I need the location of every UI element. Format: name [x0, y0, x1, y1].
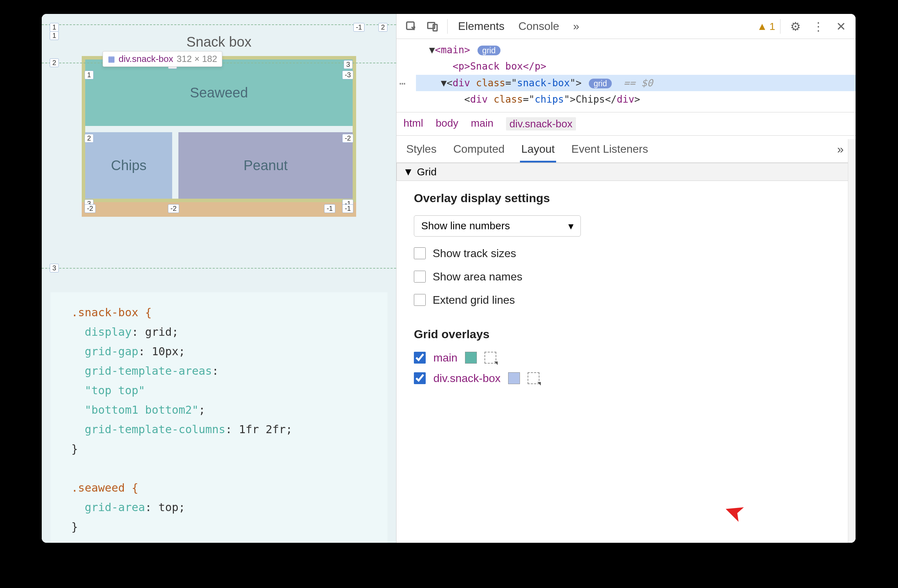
- code-selector: .snack-box {: [71, 306, 152, 319]
- checkbox[interactable]: [414, 247, 426, 259]
- code-prop: grid-template-columns: [85, 423, 226, 436]
- subtab-styles[interactable]: Styles: [405, 136, 438, 163]
- code-val: grid: [145, 325, 172, 339]
- page-viewport: 1 -1 2 1 2 3 Snack box ▦ div.snack-box 3…: [42, 14, 397, 543]
- subtab-more[interactable]: »: [837, 142, 847, 156]
- check-extend-lines[interactable]: Extend grid lines: [414, 294, 838, 306]
- grid-line-number: 3: [50, 264, 59, 272]
- checkbox[interactable]: [414, 372, 426, 384]
- grid-line-number: 2: [50, 58, 59, 67]
- code-val: top: [158, 501, 178, 514]
- grid-icon: ▦: [108, 55, 115, 64]
- grid-line-number: -1: [354, 23, 364, 32]
- section-grid-header[interactable]: ▼ Grid: [397, 163, 856, 181]
- overlay-label[interactable]: main: [434, 351, 457, 364]
- cell-seaweed: Seaweed: [85, 60, 353, 126]
- checkbox[interactable]: [414, 352, 426, 363]
- tab-elements[interactable]: Elements: [457, 15, 505, 37]
- tab-console[interactable]: Console: [518, 15, 560, 37]
- breadcrumb-item[interactable]: div.snack-box: [506, 117, 576, 131]
- breadcrumb-item[interactable]: html: [403, 117, 423, 131]
- grid-line-number: 2: [85, 134, 94, 143]
- check-track-sizes[interactable]: Show track sizes: [414, 247, 838, 260]
- cell-peanut: Peanut: [178, 132, 353, 199]
- scrollbar[interactable]: [848, 139, 856, 543]
- check-label: Show track sizes: [433, 247, 516, 260]
- grid-overlays-heading: Grid overlays: [414, 328, 838, 341]
- grid-line-number: -2: [168, 204, 179, 213]
- dom-node-chips[interactable]: <div class="chips">Chips</div>: [416, 91, 856, 108]
- devtools-toolbar: Elements Console » ▲ 1 ⚙ ⋮ ✕: [397, 14, 856, 39]
- code-prop: grid-gap: [85, 345, 138, 358]
- code-selector: .seaweed {: [71, 481, 138, 494]
- inspect-element-icon[interactable]: [401, 17, 421, 36]
- grid-line-number: 2: [378, 23, 387, 32]
- warning-count: 1: [769, 20, 775, 32]
- overlay-row-main: main: [414, 351, 838, 364]
- snack-box-container: ▦ div.snack-box 312 × 182 1 2 3 -3 2 -2 …: [82, 56, 356, 202]
- overlay-display-settings: Overlay display settings Show line numbe…: [397, 181, 856, 317]
- subtab-layout[interactable]: Layout: [520, 136, 556, 163]
- annotation-arrow-icon: ➤: [720, 496, 749, 529]
- tooltip-dimensions: 312 × 182: [177, 54, 217, 65]
- reveal-element-icon[interactable]: [484, 352, 496, 363]
- grid-line-h: [42, 25, 396, 25]
- warning-badge[interactable]: ▲ 1: [757, 20, 775, 32]
- overlay-row-snack-box: div.snack-box: [414, 372, 838, 385]
- code-prop: display: [85, 325, 132, 339]
- snack-box-grid[interactable]: Seaweed Chips Peanut: [82, 56, 356, 202]
- breadcrumb-item[interactable]: main: [471, 117, 494, 131]
- kebab-menu-icon[interactable]: ⋮: [807, 20, 829, 34]
- subtab-computed[interactable]: Computed: [452, 136, 506, 163]
- overlay-label[interactable]: div.snack-box: [434, 372, 500, 385]
- dom-tree[interactable]: ▼<main> grid <p>Snack box</p> ▼<div clas…: [397, 39, 856, 112]
- code-str: "bottom1 bottom2": [85, 403, 199, 417]
- separator: [447, 19, 447, 34]
- checkbox[interactable]: [414, 294, 426, 306]
- devtools-panel: Elements Console » ▲ 1 ⚙ ⋮ ✕ ▼<main> gri…: [397, 14, 856, 543]
- grid-line-h: [42, 268, 396, 269]
- dom-node-main[interactable]: ▼<main> grid: [416, 42, 856, 58]
- grid-line-number: -1: [342, 204, 354, 213]
- close-icon[interactable]: ✕: [831, 20, 851, 34]
- chevron-down-icon: ▾: [568, 220, 574, 232]
- dom-node-snack-box[interactable]: ▼<div class="snack-box"> grid == $0: [416, 75, 856, 91]
- grid-line-number: 1: [50, 31, 59, 40]
- code-val: 10px: [152, 345, 178, 358]
- check-area-names[interactable]: Show area names: [414, 270, 838, 283]
- section-grid-label: Grid: [417, 166, 437, 178]
- dom-breadcrumb: html body main div.snack-box: [397, 112, 856, 136]
- grid-line-number: -1: [324, 204, 335, 213]
- settings-icon[interactable]: ⚙: [785, 20, 806, 34]
- line-numbers-select[interactable]: Show line numbers ▾: [414, 215, 581, 237]
- element-tooltip: ▦ div.snack-box 312 × 182: [103, 51, 222, 67]
- reveal-element-icon[interactable]: [527, 372, 540, 384]
- grid-overlays-group: Grid overlays main div.snack-box: [397, 317, 856, 395]
- select-value: Show line numbers: [421, 220, 510, 232]
- check-label: Extend grid lines: [433, 294, 515, 306]
- dom-node-p[interactable]: <p>Snack box</p>: [416, 58, 856, 74]
- code-prop: grid-area: [85, 501, 145, 514]
- tab-more[interactable]: »: [572, 15, 580, 37]
- styles-subtabs: Styles Computed Layout Event Listeners »: [397, 136, 856, 163]
- grid-line-number: 1: [85, 71, 94, 79]
- code-str: "top top": [85, 384, 145, 397]
- grid-line-number: 1: [50, 23, 59, 32]
- grid-badge[interactable]: grid: [478, 46, 500, 55]
- check-label: Show area names: [433, 270, 522, 283]
- device-toolbar-icon[interactable]: [423, 17, 442, 36]
- overlay-settings-heading: Overlay display settings: [414, 191, 838, 205]
- checkbox[interactable]: [414, 271, 426, 283]
- color-swatch[interactable]: [508, 372, 520, 384]
- strip-area: -2 -2 -1 -1: [82, 202, 356, 217]
- breadcrumb-item[interactable]: body: [436, 117, 458, 131]
- subtab-event-listeners[interactable]: Event Listeners: [570, 136, 650, 163]
- disclosure-triangle-icon: ▼: [403, 166, 414, 178]
- grid-line-number: -2: [85, 204, 95, 213]
- grid-badge[interactable]: grid: [589, 79, 612, 88]
- dollar-zero: == $0: [624, 77, 653, 89]
- cell-chips: Chips: [85, 132, 172, 199]
- color-swatch[interactable]: [465, 352, 477, 363]
- main-grid: 1 -1 2 1 2 3 Snack box ▦ div.snack-box 3…: [51, 25, 387, 282]
- code-brace: }: [71, 520, 78, 533]
